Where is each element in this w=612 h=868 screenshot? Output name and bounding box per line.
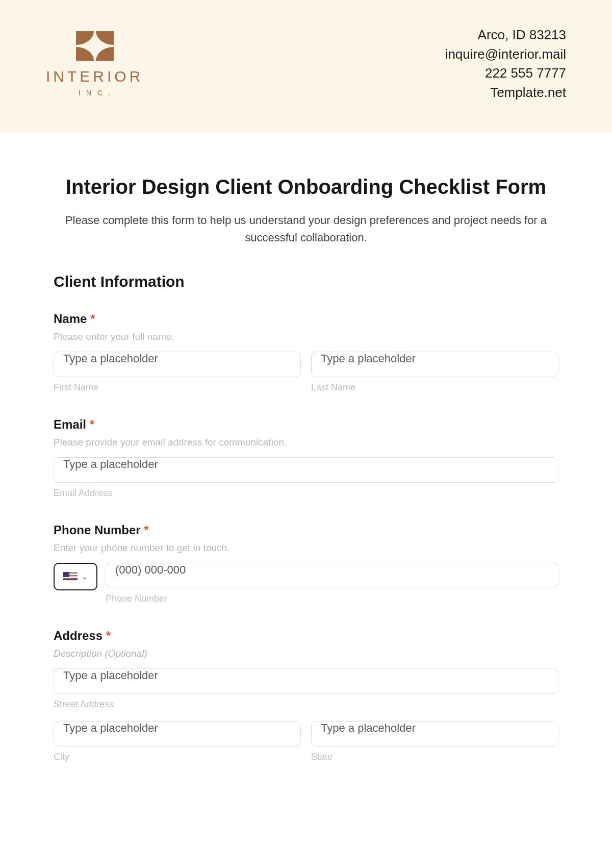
phone-help: Enter your phone number to get in touch. (54, 542, 558, 554)
phone-label: Phone Number * (54, 523, 558, 537)
logo-subtext: INC. (73, 88, 116, 97)
street-address-sublabel: Street Address (54, 699, 558, 710)
country-code-select[interactable]: ⌄ (54, 563, 97, 590)
field-phone: Phone Number * Enter your phone number t… (54, 523, 558, 604)
required-mark: * (106, 629, 111, 642)
chevron-down-icon: ⌄ (82, 573, 88, 581)
letterhead-header: INTERIOR INC. Arco, ID 83213 inquire@int… (0, 0, 612, 133)
form-content: Interior Design Client Onboarding Checkl… (0, 133, 612, 807)
required-mark: * (144, 523, 148, 537)
logo-mark-icon (76, 31, 114, 61)
address-label: Address * (54, 629, 558, 643)
field-email: Email * Please provide your email addres… (54, 417, 558, 499)
first-name-sublabel: First Name (54, 382, 301, 393)
logo-wordmark: INTERIOR (46, 68, 143, 85)
email-input[interactable]: Type a placeholder (54, 457, 558, 483)
company-logo: INTERIOR INC. (46, 31, 143, 97)
name-label: Name * (54, 312, 558, 326)
contact-address: Arco, ID 83213 (445, 26, 566, 45)
email-sublabel: Email Address (54, 488, 558, 499)
section-client-information: Client Information (54, 273, 558, 290)
required-mark: * (90, 417, 94, 431)
contact-phone: 222 555 7777 (445, 64, 566, 83)
first-name-input[interactable]: Type a placeholder (54, 352, 301, 377)
field-name: Name * Please enter your full name. Type… (54, 312, 558, 393)
name-help: Please enter your full name. (54, 331, 558, 342)
city-sublabel: City (54, 752, 301, 762)
state-input[interactable]: Type a placeholder (311, 721, 558, 747)
email-label: Email * (54, 417, 558, 432)
address-help: Description (Optional) (54, 648, 558, 659)
phone-input[interactable]: (000) 000-000 (106, 563, 558, 588)
last-name-sublabel: Last Name (311, 382, 558, 393)
email-help: Please provide your email address for co… (54, 437, 558, 448)
form-intro: Please complete this form to help us und… (54, 212, 558, 246)
contact-info: Arco, ID 83213 inquire@interior.mail 222… (445, 26, 566, 103)
required-mark: * (90, 312, 95, 326)
phone-sublabel: Phone Number (106, 593, 558, 604)
state-sublabel: State (311, 752, 558, 762)
last-name-input[interactable]: Type a placeholder (311, 352, 558, 377)
city-input[interactable]: Type a placeholder (54, 721, 301, 747)
us-flag-icon (63, 572, 78, 581)
field-address: Address * Description (Optional) Type a … (54, 629, 558, 762)
contact-email: inquire@interior.mail (445, 45, 566, 64)
form-title: Interior Design Client Onboarding Checkl… (54, 174, 558, 200)
contact-website: Template.net (445, 83, 566, 103)
street-address-input[interactable]: Type a placeholder (54, 668, 558, 694)
